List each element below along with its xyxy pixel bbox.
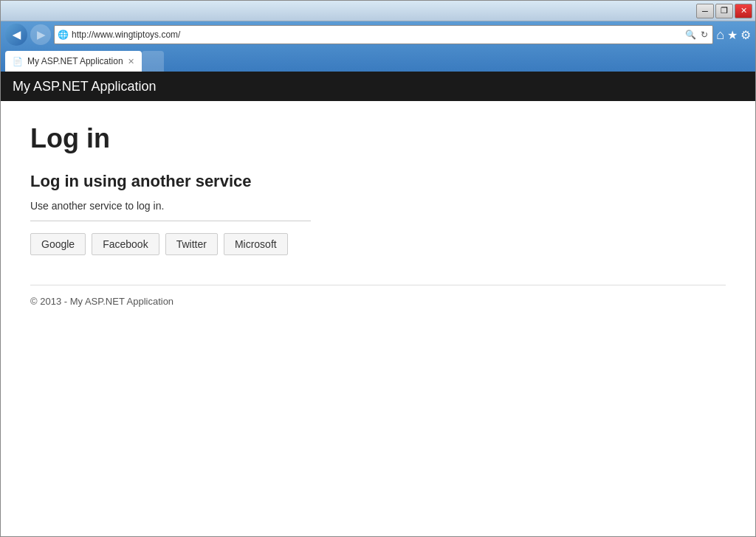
footer-text: © 2013 - My ASP.NET Application <box>30 296 726 307</box>
settings-button[interactable]: ⚙ <box>740 28 751 42</box>
home-button[interactable]: ⌂ <box>716 27 724 43</box>
refresh-button[interactable]: ↻ <box>699 28 709 41</box>
restore-button[interactable]: ❐ <box>715 4 733 18</box>
footer-divider <box>30 285 726 285</box>
twitter-login-button[interactable]: Twitter <box>165 233 218 255</box>
address-input[interactable] <box>72 30 681 40</box>
section-text: Use another service to log in. <box>30 200 726 212</box>
section-heading: Log in using another service <box>30 172 726 191</box>
page-content: Log in Log in using another service Use … <box>1 101 755 536</box>
address-icon: 🌐 <box>58 30 69 40</box>
app-title: My ASP.NET Application <box>13 79 156 94</box>
tab-icon: 📄 <box>13 57 23 66</box>
forward-button[interactable]: ▶ <box>30 24 51 45</box>
address-bar-row: ◀ ▶ 🌐 🔍 ↻ ⌂ ★ ⚙ <box>1 21 755 48</box>
tab-close-button[interactable]: ✕ <box>128 57 134 66</box>
microsoft-login-button[interactable]: Microsoft <box>224 233 288 255</box>
close-button[interactable]: ✕ <box>735 4 752 18</box>
google-login-button[interactable]: Google <box>30 233 86 255</box>
search-button[interactable]: 🔍 <box>684 28 698 41</box>
service-buttons: Google Facebook Twitter Microsoft <box>30 233 726 255</box>
address-actions: 🔍 ↻ <box>684 28 709 41</box>
address-bar[interactable]: 🌐 🔍 ↻ <box>54 25 713 44</box>
active-tab[interactable]: 📄 My ASP.NET Application ✕ <box>5 51 142 72</box>
tab-label: My ASP.NET Application <box>27 56 123 66</box>
section-divider <box>30 221 311 221</box>
new-tab-area[interactable] <box>142 51 164 72</box>
minimize-button[interactable]: ─ <box>696 4 714 18</box>
app-navbar: My ASP.NET Application <box>1 72 755 101</box>
favorites-button[interactable]: ★ <box>727 28 738 42</box>
browser-chrome: ◀ ▶ 🌐 🔍 ↻ ⌂ ★ ⚙ 📄 My ASP.NET Application <box>1 21 755 72</box>
page-heading: Log in <box>30 123 726 154</box>
back-button[interactable]: ◀ <box>5 24 27 46</box>
facebook-login-button[interactable]: Facebook <box>92 233 159 255</box>
window-titlebar: ─ ❐ ✕ <box>1 1 755 21</box>
browser-window: ─ ❐ ✕ ◀ ▶ 🌐 🔍 ↻ ⌂ <box>0 0 756 537</box>
tabs-row: 📄 My ASP.NET Application ✕ <box>1 48 755 72</box>
